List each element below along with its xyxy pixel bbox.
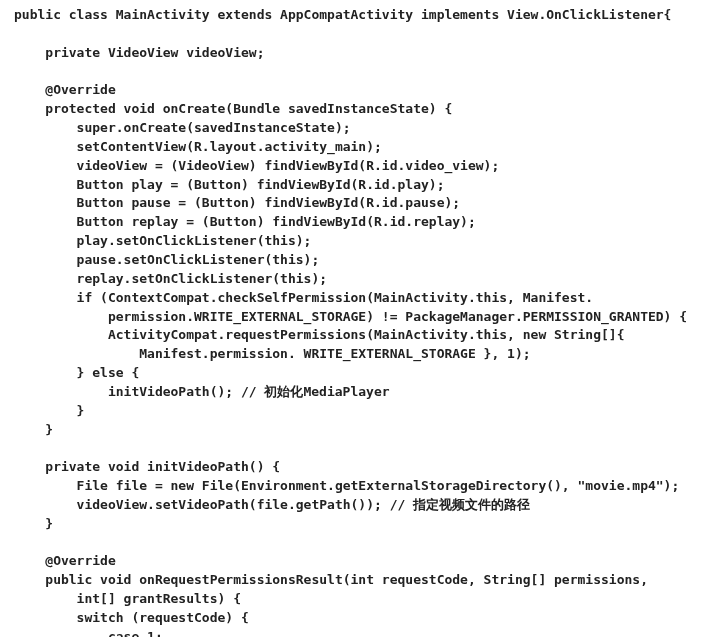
code-line: } (14, 516, 53, 531)
code-line: play.setOnClickListener(this); (14, 233, 311, 248)
code-line: replay.setOnClickListener(this); (14, 271, 327, 286)
code-line: videoView.setVideoPath(file.getPath()); … (14, 497, 530, 512)
code-line: case 1: (14, 629, 163, 637)
code-line: if (ContextCompat.checkSelfPermission(Ma… (14, 290, 593, 305)
code-line: Button play = (Button) findViewById(R.id… (14, 177, 444, 192)
code-line: File file = new File(Environment.getExte… (14, 478, 679, 493)
code-line: permission.WRITE_EXTERNAL_STORAGE) != Pa… (14, 309, 687, 324)
code-line: Button pause = (Button) findViewById(R.i… (14, 195, 460, 210)
code-line: setContentView(R.layout.activity_main); (14, 139, 382, 154)
code-line: public void onRequestPermissionsResult(i… (14, 572, 648, 587)
code-line: public class MainActivity extends AppCom… (14, 7, 671, 22)
code-line: pause.setOnClickListener(this); (14, 252, 319, 267)
code-line: ActivityCompat.requestPermissions(MainAc… (14, 327, 624, 342)
code-line: initVideoPath(); // 初始化MediaPlayer (14, 384, 390, 399)
code-line: Button replay = (Button) findViewById(R.… (14, 214, 476, 229)
code-line: private VideoView videoView; (14, 45, 264, 60)
code-line: } else { (14, 365, 139, 380)
code-line: @Override (14, 553, 116, 568)
code-line: } (14, 422, 53, 437)
code-line: private void initVideoPath() { (14, 459, 280, 474)
code-line: Manifest.permission. WRITE_EXTERNAL_STOR… (14, 346, 531, 361)
code-line: @Override (14, 82, 116, 97)
code-line: super.onCreate(savedInstanceState); (14, 120, 351, 135)
code-line: } (14, 403, 84, 418)
code-line: protected void onCreate(Bundle savedInst… (14, 101, 452, 116)
code-block: public class MainActivity extends AppCom… (0, 0, 719, 637)
code-line: switch (requestCode) { (14, 610, 249, 625)
code-line: videoView = (VideoView) findViewById(R.i… (14, 158, 499, 173)
code-line: int[] grantResults) { (14, 591, 241, 606)
